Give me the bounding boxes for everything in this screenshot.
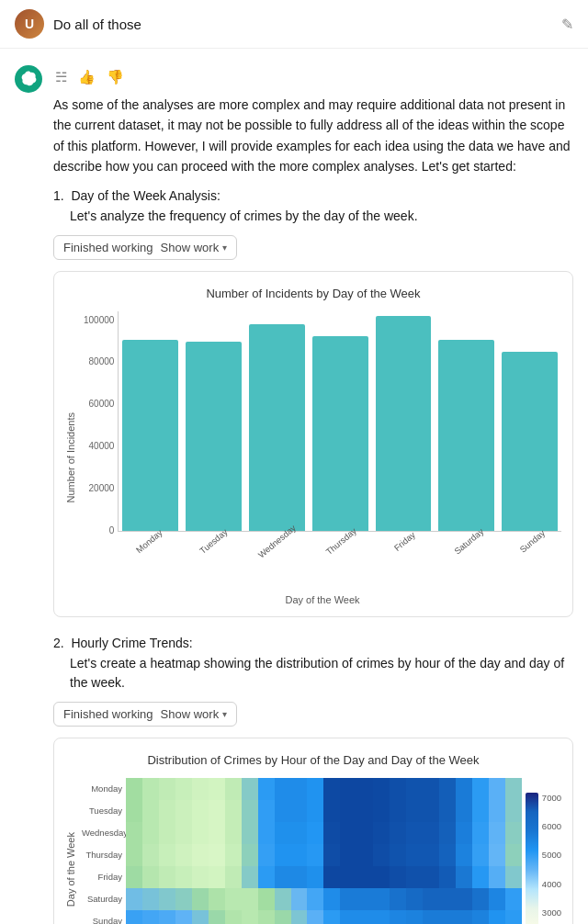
legend-label: 3000	[542, 907, 561, 918]
heatmap-cell	[373, 844, 390, 866]
heatmap-cell	[323, 800, 340, 822]
bar	[438, 340, 494, 530]
heatmap-cell	[142, 800, 159, 822]
heatmap-cell	[209, 778, 225, 800]
copy-button[interactable]: ☵	[53, 67, 69, 87]
heatmap-day-label: Sunday	[82, 910, 122, 924]
heatmap-cell	[159, 888, 175, 910]
heatmap-cell	[373, 888, 390, 910]
analysis-2-desc: Let's create a heatmap showing the distr…	[70, 654, 573, 693]
heatmap-rows-wrap: MondayTuesdayWednesdayThursdayFridaySatu…	[82, 778, 522, 924]
finished-working-badge-2[interactable]: Finished working Show work ▾	[53, 702, 237, 727]
bar-ytick: 100000	[84, 315, 114, 325]
analysis-2: 2. Hourly Crime Trends: Let's create a h…	[53, 636, 573, 924]
bar-chart-yaxis-label: Number of Incidents	[65, 412, 76, 502]
heatmap-cell	[356, 844, 373, 866]
bar-chart-title: Number of Incidents by Day of the Week	[65, 287, 561, 300]
bar	[502, 352, 558, 530]
heatmap-cell	[209, 866, 225, 888]
heatmap-cell	[209, 800, 225, 822]
heatmap-grid	[126, 778, 522, 924]
heatmap-cell	[291, 822, 308, 844]
heatmap-cell	[456, 778, 472, 800]
heatmap-cell	[307, 910, 323, 924]
heatmap-cell	[505, 910, 522, 924]
finished-text-2: Finished working	[63, 707, 153, 721]
heatmap-row	[126, 822, 522, 844]
heatmap-cell	[258, 800, 275, 822]
heatmap-cell	[472, 800, 489, 822]
heatmap-cell	[423, 778, 439, 800]
heatmap-ylabels: MondayTuesdayWednesdayThursdayFridaySatu…	[82, 778, 122, 924]
show-work-2[interactable]: Show work ▾	[161, 707, 228, 721]
heatmap-row	[126, 844, 522, 866]
heatmap-row	[126, 778, 522, 800]
heatmap-cell	[340, 800, 356, 822]
thumbs-up-button[interactable]: 👍	[76, 67, 97, 87]
heatmap-cell	[390, 778, 406, 800]
edit-icon[interactable]: ✎	[561, 16, 573, 33]
heatmap-cell	[159, 844, 175, 866]
heatmap-cell	[373, 778, 390, 800]
heatmap-cell	[439, 778, 456, 800]
user-avatar: U	[15, 9, 44, 39]
heatmap-day-label: Thursday	[82, 844, 122, 866]
heatmap-cell	[242, 800, 258, 822]
heatmap-cell	[307, 866, 323, 888]
heatmap-cell	[323, 844, 340, 866]
heatmap-day-label: Monday	[82, 778, 122, 800]
ai-avatar	[15, 65, 42, 93]
heatmap-cell	[323, 910, 340, 924]
heatmap-cell	[307, 822, 323, 844]
heatmap-cell	[472, 866, 489, 888]
bar-ytick: 20000	[89, 483, 115, 493]
heatmap-cell	[175, 910, 192, 924]
bar	[186, 342, 242, 530]
bar-ytick: 0	[109, 525, 115, 535]
thumbs-down-button[interactable]: 👎	[105, 67, 126, 87]
heatmap-row	[126, 800, 522, 822]
heatmap-cell	[489, 910, 505, 924]
heatmap-day-label: Saturday	[82, 888, 122, 910]
heatmap-cell	[340, 844, 356, 866]
heatmap-cell	[439, 866, 456, 888]
heatmap-cell	[406, 888, 423, 910]
heatmap-cell	[340, 888, 356, 910]
ai-action-buttons: ☵ 👍 👎	[53, 67, 573, 87]
heatmap-cell	[242, 822, 258, 844]
message-area: ☵ 👍 👎 As some of the analyses are more c…	[0, 49, 588, 924]
heatmap-cell	[456, 910, 472, 924]
heatmap-cell	[225, 844, 242, 866]
heatmap-cell	[356, 778, 373, 800]
heatmap-cell	[142, 822, 159, 844]
heatmap-cell	[472, 844, 489, 866]
heatmap-cell	[175, 822, 192, 844]
show-work-1[interactable]: Show work ▾	[161, 241, 228, 254]
heatmap-cell	[159, 910, 175, 924]
heatmap-cell	[291, 910, 308, 924]
heatmap-cell	[472, 822, 489, 844]
heatmap-cell	[159, 778, 175, 800]
heatmap-cell	[142, 888, 159, 910]
heatmap-cell	[275, 800, 291, 822]
header-title: Do all of those	[53, 17, 561, 32]
heatmap-cell	[423, 844, 439, 866]
ai-response-content: ☵ 👍 👎 As some of the analyses are more c…	[53, 63, 573, 924]
heatmap-cell	[142, 844, 159, 866]
bar-chart-bars	[118, 311, 561, 532]
heatmap-cell	[258, 910, 275, 924]
legend-color-bar	[526, 793, 538, 924]
heatmap-cell	[390, 888, 406, 910]
heatmap-container: Distribution of Crimes by Hour of the Da…	[53, 738, 573, 924]
heatmap-cell	[291, 888, 308, 910]
heatmap-row	[126, 910, 522, 924]
heatmap-day-label: Friday	[82, 866, 122, 888]
heatmap-cell	[439, 844, 456, 866]
chevron-down-icon-1: ▾	[222, 242, 227, 253]
finished-working-badge-1[interactable]: Finished working Show work ▾	[53, 235, 237, 260]
heatmap-cell	[175, 866, 192, 888]
heatmap-cell	[225, 822, 242, 844]
heatmap-cell	[439, 910, 456, 924]
heatmap-cell	[175, 888, 192, 910]
heatmap-cell	[192, 822, 209, 844]
